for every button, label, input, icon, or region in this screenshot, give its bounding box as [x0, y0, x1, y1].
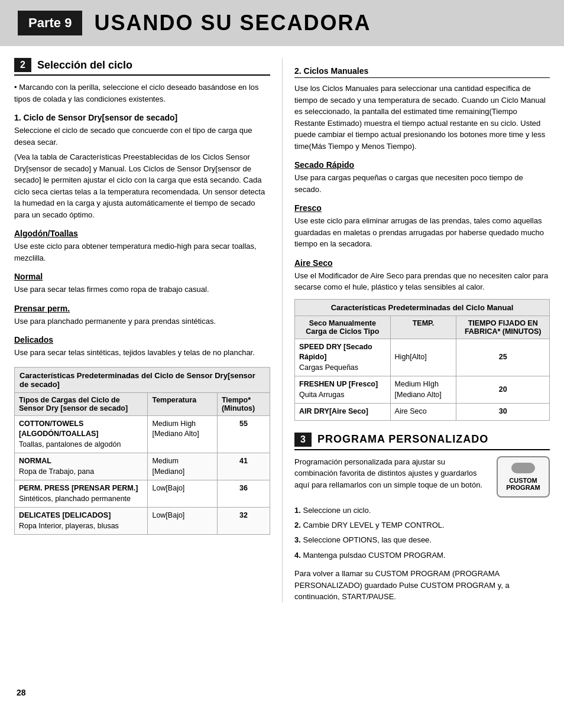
table-row: SPEED DRY [Secado Rápido]Cargas Pequeñas: [295, 339, 391, 376]
table-row: High[Alto]: [390, 339, 456, 376]
page-header: Parte 9 USANDO SU SECADORA: [0, 0, 564, 46]
table-row: FRESHEN UP [Fresco]Quita Arrugas: [295, 376, 391, 404]
table-row: COTTON/TOWELS [ALGODÓN/TOALLAS]Toallas, …: [15, 415, 148, 453]
table-row: 55: [217, 415, 270, 453]
algodon-title: Algodón/Toallas: [14, 229, 270, 238]
section2-title: Selección del ciclo: [37, 59, 132, 72]
table-row: Aire Seco: [390, 404, 456, 421]
page-number: 28: [17, 688, 26, 697]
table-row: 25: [456, 339, 550, 376]
subsection1-title: 1. Ciclo de Sensor Dry[sensor de secado]: [14, 113, 270, 122]
section3-steps: 1. Seleccione un ciclo.2. Cambie DRY LEV…: [294, 503, 550, 563]
aire-seco-title: Aire Seco: [294, 258, 550, 268]
secado-rapido-title: Secado Rápido: [294, 160, 550, 170]
table-row: NORMALRopa de Trabajo, pana: [15, 453, 148, 480]
section3-footer: Para volver a llamar su CUSTOM PROGRAM (…: [294, 568, 550, 603]
section2-badge: 2: [14, 58, 31, 72]
section2-intro: • Marcando con la perilla, seleccione el…: [14, 82, 270, 105]
header-title: USANDO SU SECADORA: [94, 11, 371, 35]
main-content: 2 Selección del ciclo • Marcando con la …: [0, 58, 564, 603]
delicados-body: Use para secar telas sintéticas, tejidos…: [14, 347, 270, 359]
section3-content: Programación personalizada para ajustar …: [294, 456, 550, 498]
table-row: 20: [456, 376, 550, 404]
section3: 3 PROGRAMA PERSONALIZADO Programación pe…: [294, 433, 550, 603]
table1-col2: Temperatura: [148, 392, 217, 415]
section2-heading: 2 Selección del ciclo: [14, 58, 270, 76]
table-row: Low[Bajo]: [148, 508, 217, 535]
fresco-title: Fresco: [294, 203, 550, 213]
left-column: 2 Selección del ciclo • Marcando con la …: [14, 58, 282, 603]
table2-col1: Seco Manualmente Carga de Ciclos Tipo: [295, 316, 391, 339]
section3-badge: 3: [294, 433, 312, 447]
table-row: Low[Bajo]: [148, 480, 217, 508]
section3-heading: 3 PROGRAMA PERSONALIZADO: [294, 433, 550, 450]
list-item: 4. Mantenga pulsdao CUSTOM PROGRAM.: [294, 548, 550, 562]
page-wrapper: Parte 9 USANDO SU SECADORA 2 Selección d…: [0, 0, 564, 709]
right-column: 2. Ciclos Manuales Use los Ciclos Manual…: [282, 58, 550, 603]
normal-title: Normal: [14, 272, 270, 281]
table-row: PERM. PRESS [PRENSAR PERM.]Sintéticos, p…: [15, 480, 148, 508]
table1-col3: Tiempo* (Minutos): [217, 392, 270, 415]
custom-program-button[interactable]: CUSTOMPROGRAM: [497, 456, 550, 498]
table2-caption: Características Predeterminadas del Cicl…: [294, 299, 550, 316]
table-row: 36: [217, 480, 270, 508]
header-badge: Parte 9: [18, 11, 82, 35]
manual-table: Características Predeterminadas del Cicl…: [294, 299, 550, 421]
table-row: DELICATES [DELICADOS]Ropa Interior, play…: [15, 508, 148, 535]
normal-body: Use para secar telas firmes como ropa de…: [14, 284, 270, 295]
prensar-title: Prensar perm.: [14, 304, 270, 313]
table-row: AIR DRY[Aire Seco]: [295, 404, 391, 421]
table1-caption: Características Predeterminadas del Cicl…: [14, 367, 270, 392]
table-row: 32: [217, 508, 270, 535]
table-row: Medium High [Mediano Alto]: [148, 415, 217, 453]
ciclos-manuales-title: 2. Ciclos Manuales: [294, 66, 550, 78]
secado-rapido-body: Use para cargas pequeñas o cargas que ne…: [294, 172, 550, 195]
table-row: 30: [456, 404, 550, 421]
table-row: 41: [217, 453, 270, 480]
list-item: 3. Seleccione OPTIONS, las que desee.: [294, 533, 550, 547]
custom-program-label: CUSTOMPROGRAM: [506, 477, 540, 491]
fresco-body: Use este ciclo para eliminar arrugas de …: [294, 215, 550, 250]
ciclos-manuales-body: Use los Ciclos Manuales para seleccionar…: [294, 83, 550, 152]
sensor-dry-table: Características Predeterminadas del Cicl…: [14, 367, 270, 535]
subsection1-body1: Seleccione el ciclo de secado que concue…: [14, 125, 270, 148]
table2-col2: TEMP.: [390, 316, 456, 339]
section3-title: PROGRAMA PERSONALIZADO: [317, 433, 488, 446]
delicados-title: Delicados: [14, 335, 270, 344]
button-oval-icon: [511, 463, 535, 473]
table2-col3: TIEMPO FIJADO EN FABRICA* (MINUTOS): [456, 316, 550, 339]
subsection1-body2: (Vea la tabla de Características Preesta…: [14, 151, 270, 220]
section3-body: Programación personalizada para ajustar …: [294, 456, 487, 498]
list-item: 1. Seleccione un ciclo.: [294, 503, 550, 517]
table1-col1: Tipos de Cargas del Ciclo de Sensor Dry …: [15, 392, 148, 415]
list-item: 2. Cambie DRY LEVEL y TEMP CONTROL.: [294, 518, 550, 532]
table-row: Medium HIgh [Mediano Alto]: [390, 376, 456, 404]
prensar-body: Use para planchado permanente y para pre…: [14, 316, 270, 327]
aire-seco-body: Use el Modificador de Aire Seco para pre…: [294, 270, 550, 293]
algodon-body: Use este ciclo para obtener temperatura …: [14, 240, 270, 264]
table-row: Medium [Mediano]: [148, 453, 217, 480]
